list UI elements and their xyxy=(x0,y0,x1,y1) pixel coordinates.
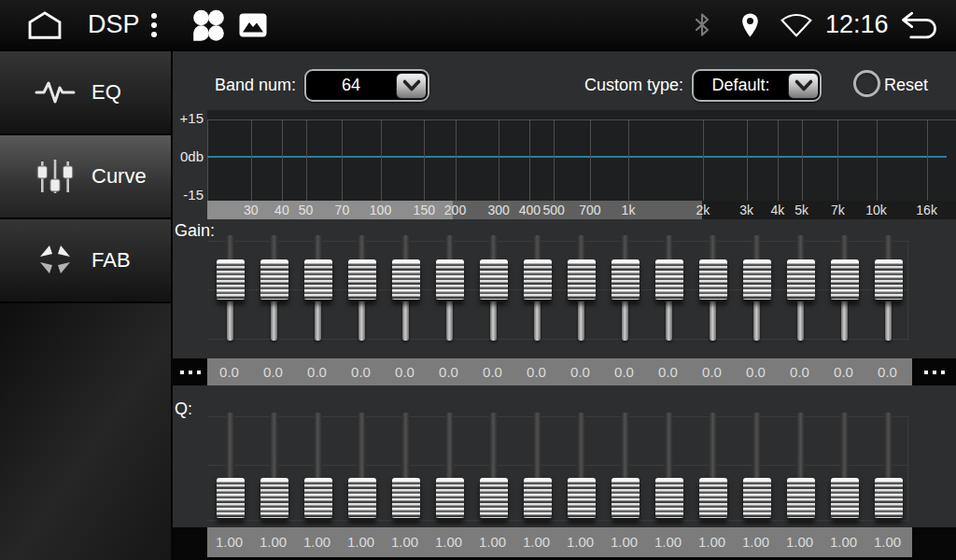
gain-slider[interactable] xyxy=(217,233,245,345)
slider-thumb[interactable] xyxy=(699,259,727,301)
gain-slider[interactable] xyxy=(655,233,683,345)
q-value: 1.00 xyxy=(339,527,383,557)
q-slider[interactable] xyxy=(875,411,903,523)
sidebar-item-label: EQ xyxy=(91,80,121,105)
gain-values-row: 0.00.00.00.00.00.00.00.00.00.00.00.00.00… xyxy=(173,358,956,385)
q-slider[interactable] xyxy=(699,411,727,523)
gain-slider[interactable] xyxy=(831,233,859,345)
slider-thumb[interactable] xyxy=(612,259,640,301)
q-slider[interactable] xyxy=(348,411,376,523)
gain-slider[interactable] xyxy=(524,233,552,345)
slider-track xyxy=(884,413,893,483)
slider-thumb[interactable] xyxy=(260,259,288,301)
chevron-down-icon[interactable] xyxy=(396,73,427,99)
slider-thumb[interactable] xyxy=(348,259,376,301)
q-slider[interactable] xyxy=(655,411,683,523)
slider-thumb[interactable] xyxy=(831,478,859,520)
slider-thumb[interactable] xyxy=(743,259,771,301)
slider-thumb[interactable] xyxy=(655,259,683,301)
slider-thumb[interactable] xyxy=(348,478,376,520)
gain-value: 0.0 xyxy=(558,358,602,385)
slider-track xyxy=(315,299,321,341)
freq-tick-label: 7k xyxy=(831,201,845,219)
q-slider[interactable] xyxy=(304,411,332,523)
slider-thumb[interactable] xyxy=(655,478,683,520)
gain-values-strip: 0.00.00.00.00.00.00.00.00.00.00.00.00.00… xyxy=(207,358,912,385)
custom-type-select[interactable]: Default: xyxy=(692,69,822,102)
grid-line-v xyxy=(529,119,530,201)
slider-thumb[interactable] xyxy=(787,478,815,520)
gain-slider[interactable] xyxy=(480,233,508,345)
menu-kebab-icon[interactable] xyxy=(145,0,163,49)
home-icon[interactable] xyxy=(22,0,67,49)
sidebar-item-curve[interactable]: Curve xyxy=(0,135,171,219)
q-slider[interactable] xyxy=(436,411,464,523)
slider-thumb[interactable] xyxy=(612,478,640,520)
slider-thumb[interactable] xyxy=(524,478,552,520)
q-value: 1.00 xyxy=(822,527,865,557)
gain-slider[interactable] xyxy=(348,233,376,345)
slider-thumb[interactable] xyxy=(875,259,903,301)
gain-slider[interactable] xyxy=(304,233,332,345)
gain-more-right-button[interactable] xyxy=(912,358,956,385)
q-slider[interactable] xyxy=(392,411,420,523)
q-value: 1.00 xyxy=(602,527,646,557)
back-icon[interactable] xyxy=(896,0,943,49)
gain-slider[interactable] xyxy=(875,233,903,345)
q-slider[interactable] xyxy=(787,411,815,523)
gain-slider[interactable] xyxy=(787,233,815,345)
slider-thumb[interactable] xyxy=(392,259,420,301)
slider-track xyxy=(797,299,804,341)
gain-slider[interactable] xyxy=(392,233,420,345)
gain-slider[interactable] xyxy=(568,233,596,345)
band-num-select[interactable]: 64 xyxy=(304,69,429,102)
slider-thumb[interactable] xyxy=(480,478,508,520)
gain-slider[interactable] xyxy=(699,233,727,345)
slider-thumb[interactable] xyxy=(304,259,332,301)
q-slider[interactable] xyxy=(524,411,552,523)
grid-line-v xyxy=(877,119,878,201)
apps-icon[interactable] xyxy=(189,0,228,49)
grid-line-v xyxy=(927,119,928,201)
sidebar-item-fab[interactable]: FAB xyxy=(0,219,171,303)
slider-thumb[interactable] xyxy=(217,259,245,301)
sidebar-item-eq[interactable]: EQ xyxy=(0,51,171,135)
slider-thumb[interactable] xyxy=(568,259,596,301)
gallery-icon[interactable] xyxy=(237,0,269,49)
slider-thumb[interactable] xyxy=(568,478,596,520)
slider-thumb[interactable] xyxy=(217,478,245,520)
chevron-down-icon[interactable] xyxy=(788,73,819,99)
slider-thumb[interactable] xyxy=(699,478,727,520)
q-slider[interactable] xyxy=(568,411,596,523)
slider-thumb[interactable] xyxy=(436,478,464,520)
freq-tick-label: 1k xyxy=(622,201,636,219)
slider-thumb[interactable] xyxy=(392,478,420,520)
gain-slider[interactable] xyxy=(436,233,464,345)
slider-thumb[interactable] xyxy=(831,259,859,301)
slider-thumb[interactable] xyxy=(436,259,464,301)
q-slider[interactable] xyxy=(612,411,640,523)
slider-track xyxy=(445,413,454,483)
slider-track xyxy=(752,413,761,483)
gain-value: 0.0 xyxy=(383,358,427,385)
grid-line-h xyxy=(207,119,956,120)
q-slider[interactable] xyxy=(743,411,771,523)
freq-tick-label: 4k xyxy=(770,201,784,219)
reset-radio[interactable] xyxy=(853,70,880,97)
slider-thumb[interactable] xyxy=(743,478,771,520)
q-slider[interactable] xyxy=(831,411,859,523)
q-slider[interactable] xyxy=(260,411,288,523)
slider-thumb[interactable] xyxy=(260,478,288,520)
slider-thumb[interactable] xyxy=(304,478,332,520)
slider-thumb[interactable] xyxy=(875,478,903,520)
slider-thumb[interactable] xyxy=(524,259,552,301)
freq-tick-label: 50 xyxy=(299,201,314,219)
q-slider[interactable] xyxy=(217,411,245,523)
gain-slider[interactable] xyxy=(260,233,288,345)
gain-slider[interactable] xyxy=(612,233,640,345)
q-slider[interactable] xyxy=(480,411,508,523)
slider-thumb[interactable] xyxy=(787,259,815,301)
gain-more-left-button[interactable] xyxy=(173,358,207,385)
gain-slider[interactable] xyxy=(743,233,771,345)
slider-thumb[interactable] xyxy=(480,259,508,301)
